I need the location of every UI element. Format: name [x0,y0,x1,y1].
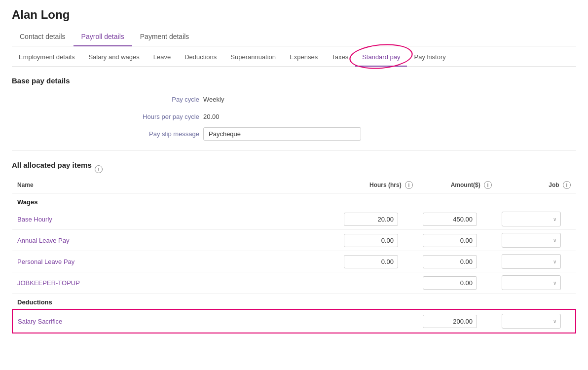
pay-items-title-row: All allocated pay items i [12,161,576,177]
item-annual-leave[interactable]: Annual Leave Pay [17,237,70,244]
top-tabs: Contact details Payroll details Payment … [12,28,576,46]
job-info-icon[interactable]: i [563,181,571,189]
base-hourly-amount-input[interactable] [423,213,477,226]
col-name-header: Name [12,177,339,193]
page-title: Alan Long [12,8,576,22]
chevron-down-icon: ∨ [553,238,556,243]
chevron-down-icon: ∨ [553,319,556,324]
pay-items-title: All allocated pay items [12,161,92,169]
sub-tab-standard-pay[interactable]: Standard pay [355,48,407,67]
personal-leave-amount-input[interactable] [423,255,477,268]
tab-payment[interactable]: Payment details [132,28,197,46]
payslip-label: Pay slip message [91,127,199,141]
jobkeeper-job-select[interactable]: ∨ [502,275,561,290]
tab-contact[interactable]: Contact details [12,28,74,46]
base-pay-section: Base pay details Pay cycle Weekly Hours … [12,76,576,141]
sub-tab-employment[interactable]: Employment details [12,48,81,67]
annual-leave-hours-input[interactable] [344,234,398,247]
section-divider [12,150,576,151]
salary-sacrifice-job-select[interactable]: ∨ [502,314,561,329]
jobkeeper-amount-input[interactable] [423,276,477,290]
chevron-down-icon: ∨ [553,217,556,222]
personal-leave-hours-input[interactable] [344,255,398,268]
hours-value: 20.00 [203,110,387,120]
sub-tab-taxes[interactable]: Taxes [325,48,355,67]
item-personal-leave[interactable]: Personal Leave Pay [17,258,74,265]
base-pay-grid: Pay cycle Weekly Hours per pay cycle 20.… [91,93,387,141]
payslip-message-input[interactable] [203,127,361,141]
item-salary-sacrifice[interactable]: Salary Sacrifice [18,318,62,325]
deductions-group-label: Deductions [12,294,576,310]
table-row-salary-sacrifice: Salary Sacrifice ∨ [12,309,576,333]
sub-tab-pay-history[interactable]: Pay history [407,48,452,67]
pay-cycle-value: Weekly [203,93,387,103]
amount-info-icon[interactable]: i [484,181,492,189]
hours-info-icon[interactable]: i [405,181,413,189]
sub-tab-superannuation[interactable]: Superannuation [223,48,283,67]
chevron-down-icon: ∨ [553,280,556,286]
sub-tab-leave[interactable]: Leave [147,48,178,67]
col-amount-header: Amount($) i [418,177,497,193]
table-row: JOBKEEPER-TOPUP ∨ [12,272,576,294]
salary-sacrifice-amount-input[interactable] [423,315,477,328]
personal-leave-job-select[interactable]: ∨ [502,254,561,269]
item-jobkeeper[interactable]: JOBKEEPER-TOPUP [17,279,80,287]
annual-leave-amount-input[interactable] [423,234,477,247]
sub-tabs-container: Employment details Salary and wages Leav… [12,46,576,67]
base-pay-title: Base pay details [12,76,576,85]
chevron-down-icon: ∨ [553,259,556,264]
pay-items-info-icon[interactable]: i [95,165,103,173]
item-base-hourly[interactable]: Base Hourly [17,216,52,223]
table-row: Personal Leave Pay ∨ [12,251,576,272]
table-row: Base Hourly ∨ [12,209,576,230]
hours-label: Hours per pay cycle [91,110,199,120]
sub-tab-expenses[interactable]: Expenses [283,48,325,67]
standard-pay-label: Standard pay [362,53,400,61]
base-hourly-hours-input[interactable] [344,213,398,226]
wages-group-label: Wages [12,193,576,209]
group-deductions: Deductions [12,294,576,310]
sub-tab-deductions[interactable]: Deductions [178,48,223,67]
pay-items-table: Name Hours (hrs) i Amount($) i Job i [12,177,576,333]
annual-leave-job-select[interactable]: ∨ [502,233,561,248]
pay-items-section: All allocated pay items i Name Hours (hr… [12,161,576,333]
sub-tab-salary[interactable]: Salary and wages [81,48,146,67]
pay-cycle-label: Pay cycle [91,93,199,103]
table-row: Annual Leave Pay ∨ [12,230,576,251]
col-hours-header: Hours (hrs) i [339,177,418,193]
group-wages: Wages [12,193,576,209]
tab-payroll[interactable]: Payroll details [74,28,132,46]
col-job-header: Job i [497,177,576,193]
base-hourly-job-select[interactable]: ∨ [502,212,561,226]
